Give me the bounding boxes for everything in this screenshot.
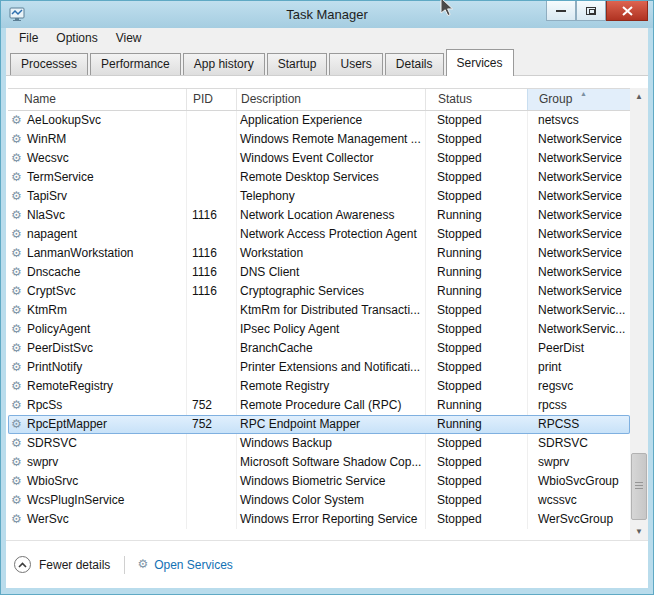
service-pid xyxy=(186,491,236,510)
service-gear-icon: ⚙ xyxy=(10,149,23,168)
service-group: NetworkService xyxy=(527,149,630,168)
service-row[interactable]: ⚙RemoteRegistry Remote Registry Stopped … xyxy=(8,377,630,396)
service-row[interactable]: ⚙KtmRm KtmRm for Distributed Transacti..… xyxy=(8,301,630,320)
service-description: Cryptographic Services xyxy=(236,282,425,301)
service-name: WbioSrvc xyxy=(27,472,78,491)
open-services-link[interactable]: ⚙ Open Services xyxy=(137,555,232,574)
service-row[interactable]: ⚙TapiSrv Telephony Stopped NetworkServic… xyxy=(8,187,630,206)
service-row[interactable]: ⚙Wecsvc Windows Event Collector Stopped … xyxy=(8,149,630,168)
tab[interactable]: Users xyxy=(329,53,382,75)
service-row[interactable]: ⚙napagent Network Access Protection Agen… xyxy=(8,225,630,244)
service-gear-icon: ⚙ xyxy=(10,377,23,396)
service-row[interactable]: ⚙RpcSs 752 Remote Procedure Call (RPC) R… xyxy=(8,396,630,415)
service-row[interactable]: ⚙PolicyAgent IPsec Policy Agent Stopped … xyxy=(8,320,630,339)
tab[interactable]: Processes xyxy=(10,53,88,75)
service-group: NetworkServic... xyxy=(527,320,630,339)
service-gear-icon: ⚙ xyxy=(10,263,23,282)
service-row[interactable]: ⚙WbioSrvc Windows Biometric Service Stop… xyxy=(8,472,630,491)
tab[interactable]: Details xyxy=(385,53,444,75)
service-group: swprv xyxy=(527,453,630,472)
service-row[interactable]: ⚙WinRM Windows Remote Management ... Sto… xyxy=(8,130,630,149)
menu-options[interactable]: Options xyxy=(47,31,106,45)
tab[interactable]: Services xyxy=(446,49,514,76)
service-group: NetworkService xyxy=(527,187,630,206)
service-group: NetworkService xyxy=(527,168,630,187)
service-status: Stopped xyxy=(425,320,527,339)
task-manager-icon xyxy=(9,6,25,22)
service-description: Printer Extensions and Notificati... xyxy=(236,358,425,377)
service-name-cell: ⚙SDRSVC xyxy=(8,434,186,453)
service-row[interactable]: ⚙swprv Microsoft Software Shadow Cop... … xyxy=(8,453,630,472)
service-name-cell: ⚙AeLookupSvc xyxy=(8,111,186,130)
scrollbar-thumb[interactable] xyxy=(631,453,647,520)
service-name-cell: ⚙Wecsvc xyxy=(8,149,186,168)
service-name-cell: ⚙PolicyAgent xyxy=(8,320,186,339)
service-description: Windows Color System xyxy=(236,491,425,510)
column-header-description[interactable]: Description xyxy=(236,89,425,110)
scroll-up-button[interactable]: ▲ xyxy=(630,88,648,105)
service-row[interactable]: ⚙PeerDistSvc BranchCache Stopped PeerDis… xyxy=(8,339,630,358)
tab[interactable]: Performance xyxy=(90,53,181,75)
column-header-name[interactable]: Name xyxy=(8,89,186,110)
column-header-status[interactable]: Status xyxy=(425,89,527,110)
column-header-pid[interactable]: PID xyxy=(186,89,236,110)
service-group: WbioSvcGroup xyxy=(527,472,630,491)
service-name-cell: ⚙TermService xyxy=(8,168,186,187)
service-pid: 752 xyxy=(186,415,236,434)
fewer-details-button[interactable]: Fewer details xyxy=(14,556,110,573)
service-name: SDRSVC xyxy=(27,434,77,453)
service-row[interactable]: ⚙AeLookupSvc Application Experience Stop… xyxy=(8,111,630,130)
service-gear-icon: ⚙ xyxy=(10,510,23,529)
maximize-button[interactable] xyxy=(576,1,606,21)
vertical-scrollbar[interactable]: ▲ ▼ xyxy=(630,88,648,540)
footer-bar: Fewer details ⚙ Open Services xyxy=(6,540,648,588)
service-name: RpcSs xyxy=(27,396,62,415)
service-row[interactable]: ⚙WcsPlugInService Windows Color System S… xyxy=(8,491,630,510)
menu-view[interactable]: View xyxy=(107,31,151,45)
service-description: Workstation xyxy=(236,244,425,263)
service-row[interactable]: ⚙RpcEptMapper 752 RPC Endpoint Mapper Ru… xyxy=(8,415,630,434)
service-name-cell: ⚙WbioSrvc xyxy=(8,472,186,491)
service-group: wcssvc xyxy=(527,491,630,510)
tab[interactable]: Startup xyxy=(267,53,328,75)
tab[interactable]: App history xyxy=(183,53,265,75)
scroll-down-button[interactable]: ▼ xyxy=(630,523,648,540)
close-button[interactable] xyxy=(606,1,648,21)
mouse-cursor xyxy=(439,0,455,17)
service-pid: 1116 xyxy=(186,244,236,263)
service-name-cell: ⚙LanmanWorkstation xyxy=(8,244,186,263)
service-name: Dnscache xyxy=(27,263,80,282)
service-group: NetworkService xyxy=(527,244,630,263)
service-row[interactable]: ⚙TermService Remote Desktop Services Sto… xyxy=(8,168,630,187)
close-icon xyxy=(622,6,633,16)
service-name-cell: ⚙KtmRm xyxy=(8,301,186,320)
service-name: PeerDistSvc xyxy=(27,339,93,358)
service-row[interactable]: ⚙PrintNotify Printer Extensions and Noti… xyxy=(8,358,630,377)
tab-label: Users xyxy=(340,57,371,71)
minimize-button[interactable] xyxy=(546,1,576,21)
service-name: AeLookupSvc xyxy=(27,111,101,130)
service-row[interactable]: ⚙NlaSvc 1116 Network Location Awareness … xyxy=(8,206,630,225)
service-row[interactable]: ⚙LanmanWorkstation 1116 Workstation Runn… xyxy=(8,244,630,263)
service-status: Stopped xyxy=(425,472,527,491)
service-row[interactable]: ⚙WerSvc Windows Error Reporting Service … xyxy=(8,510,630,529)
service-group: PeerDist xyxy=(527,339,630,358)
service-name-cell: ⚙WcsPlugInService xyxy=(8,491,186,510)
service-status: Stopped xyxy=(425,358,527,377)
service-row[interactable]: ⚙CryptSvc 1116 Cryptographic Services Ru… xyxy=(8,282,630,301)
service-pid xyxy=(186,510,236,529)
service-status: Running xyxy=(425,244,527,263)
column-header-group[interactable]: Group▲ xyxy=(527,89,630,110)
service-group: SDRSVC xyxy=(527,434,630,453)
service-status: Stopped xyxy=(425,377,527,396)
service-gear-icon: ⚙ xyxy=(10,206,23,225)
service-gear-icon: ⚙ xyxy=(10,225,23,244)
service-gear-icon: ⚙ xyxy=(10,339,23,358)
services-table: Name PID Description Status Group▲ ⚙AeLo… xyxy=(8,88,648,540)
service-row[interactable]: ⚙SDRSVC Windows Backup Stopped SDRSVC xyxy=(8,434,630,453)
service-row[interactable]: ⚙Dnscache 1116 DNS Client Running Networ… xyxy=(8,263,630,282)
menu-file[interactable]: File xyxy=(10,31,47,45)
title-bar[interactable]: Task Manager xyxy=(1,1,653,28)
service-description: Windows Remote Management ... xyxy=(236,130,425,149)
service-gear-icon: ⚙ xyxy=(10,453,23,472)
